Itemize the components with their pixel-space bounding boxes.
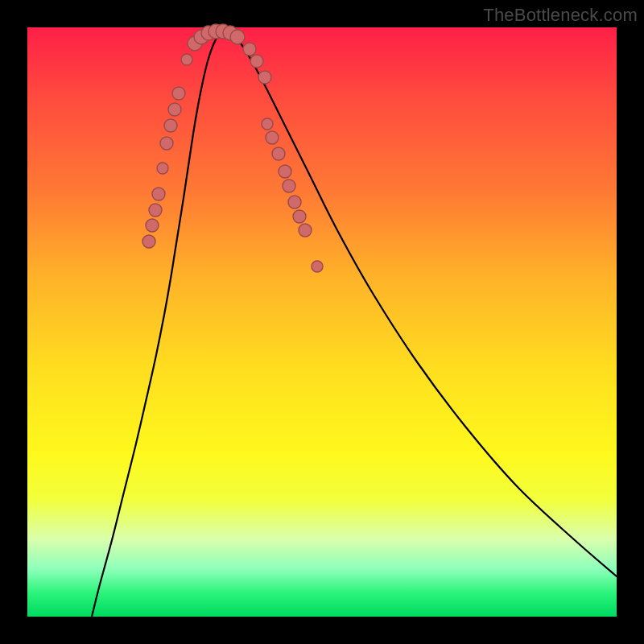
data-point xyxy=(288,196,301,208)
data-point xyxy=(146,219,159,232)
chart-svg xyxy=(27,27,617,617)
data-point xyxy=(142,235,155,248)
data-point xyxy=(164,119,177,132)
data-point xyxy=(258,71,271,84)
data-point xyxy=(312,261,323,272)
data-point xyxy=(262,118,273,130)
data-point xyxy=(160,137,173,150)
data-point xyxy=(299,224,312,237)
data-point xyxy=(243,43,256,56)
data-point xyxy=(157,163,168,174)
data-point xyxy=(272,147,285,160)
data-point xyxy=(168,103,181,116)
data-point xyxy=(250,55,263,68)
data-point xyxy=(152,188,165,200)
data-point xyxy=(172,87,185,100)
data-point xyxy=(230,30,245,44)
data-point xyxy=(293,210,306,223)
data-point xyxy=(283,180,295,192)
data-point xyxy=(149,204,162,217)
data-point xyxy=(181,54,192,65)
watermark-text: TheBottleneck.com xyxy=(483,5,638,26)
data-point xyxy=(279,165,291,178)
data-point xyxy=(266,131,279,144)
